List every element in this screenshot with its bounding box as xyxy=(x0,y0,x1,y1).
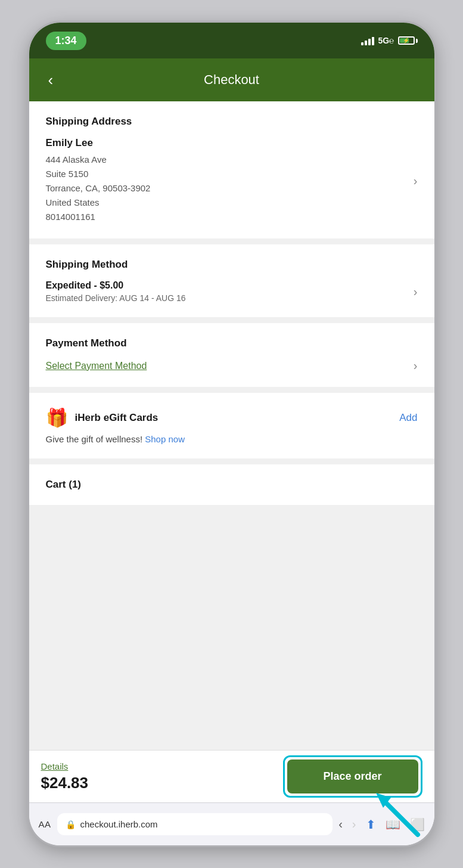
status-time: 1:34 xyxy=(46,32,86,50)
gift-card-desc-text: Give the gift of wellness! xyxy=(46,434,143,444)
bottom-bar: Details $24.83 Place order xyxy=(29,750,434,802)
shipping-method-row[interactable]: Expedited - $5.00 Estimated Delivery: AU… xyxy=(46,280,418,303)
bookmarks-button[interactable]: 📖 xyxy=(386,817,400,832)
gift-card-header: 🎁 iHerb eGift Cards Add xyxy=(46,407,418,428)
browser-back-button[interactable]: ‹ xyxy=(338,817,343,831)
add-gift-card-button[interactable]: Add xyxy=(399,412,417,424)
select-payment-method-link[interactable]: Select Payment Method xyxy=(46,361,147,371)
bottom-left: Details $24.83 xyxy=(41,761,283,792)
gift-card-title-row: 🎁 iHerb eGift Cards xyxy=(46,407,159,428)
address-chevron-icon: › xyxy=(414,174,418,188)
network-label: 5G℮ xyxy=(378,36,394,45)
url-bar[interactable]: 🔒 checkout.iherb.com xyxy=(57,813,333,835)
content-area: Shipping Address Emily Lee 444 Alaska Av… xyxy=(29,101,434,762)
share-button[interactable]: ⬆ xyxy=(366,817,376,832)
address-line2: Suite 5150 xyxy=(46,167,406,181)
url-text: checkout.iherb.com xyxy=(80,819,158,829)
payment-method-title: Payment Method xyxy=(46,337,418,349)
status-bar: 1:34 5G℮ ⚡ xyxy=(29,23,434,58)
shipping-method-eta: Estimated Delivery: AUG 14 - AUG 16 xyxy=(46,293,406,303)
signal-icon xyxy=(361,36,374,45)
status-icons: 5G℮ ⚡ xyxy=(361,36,417,45)
browser-forward-button[interactable]: › xyxy=(352,817,356,831)
browser-bar: AA 🔒 checkout.iherb.com ‹ › ⬆ 📖 ⬜ xyxy=(29,802,434,845)
address-line4: United States xyxy=(46,196,406,210)
shipping-address-row[interactable]: Emily Lee 444 Alaska Ave Suite 5150 Torr… xyxy=(46,137,418,224)
back-button[interactable]: ‹ xyxy=(43,66,58,94)
aa-text[interactable]: AA xyxy=(39,819,51,829)
shipping-address-section: Shipping Address Emily Lee 444 Alaska Av… xyxy=(29,101,434,238)
shipping-method-title: Shipping Method xyxy=(46,259,418,271)
gift-card-section: 🎁 iHerb eGift Cards Add Give the gift of… xyxy=(29,393,434,458)
lock-icon: 🔒 xyxy=(66,820,76,829)
shipping-method-section: Shipping Method Expedited - $5.00 Estima… xyxy=(29,244,434,317)
shipping-address-content: Emily Lee 444 Alaska Ave Suite 5150 Torr… xyxy=(46,137,406,224)
details-link[interactable]: Details xyxy=(41,761,283,771)
gift-card-icon: 🎁 xyxy=(46,407,68,428)
header: ‹ Checkout xyxy=(29,58,434,101)
address-phone: 8014001161 xyxy=(46,210,406,224)
cart-section: Cart (1) xyxy=(29,464,434,505)
place-order-wrapper: Place order xyxy=(283,755,422,798)
address-line1: 444 Alaska Ave xyxy=(46,153,406,167)
cart-header: Cart (1) xyxy=(46,479,418,491)
shipping-method-name: Expedited - $5.00 xyxy=(46,280,406,291)
payment-method-row[interactable]: Select Payment Method › xyxy=(46,359,418,373)
address-line3: Torrance, CA, 90503-3902 xyxy=(46,181,406,196)
shipping-chevron-icon: › xyxy=(414,285,418,299)
place-order-button[interactable]: Place order xyxy=(287,760,418,793)
battery-icon: ⚡ xyxy=(398,36,418,45)
page-title: Checkout xyxy=(204,72,259,88)
gift-card-title: iHerb eGift Cards xyxy=(75,412,159,424)
payment-method-section: Payment Method Select Payment Method › xyxy=(29,323,434,387)
shipping-method-content: Expedited - $5.00 Estimated Delivery: AU… xyxy=(46,280,406,303)
shipping-address-title: Shipping Address xyxy=(46,116,418,128)
address-name: Emily Lee xyxy=(46,137,406,149)
tabs-button[interactable]: ⬜ xyxy=(410,817,425,832)
browser-nav: ‹ › ⬆ 📖 ⬜ xyxy=(338,817,424,832)
price-total: $24.83 xyxy=(41,774,89,792)
shop-now-link[interactable]: Shop now xyxy=(145,434,185,444)
payment-chevron-icon: › xyxy=(414,359,418,373)
gift-card-description: Give the gift of wellness! Shop now xyxy=(46,434,418,444)
